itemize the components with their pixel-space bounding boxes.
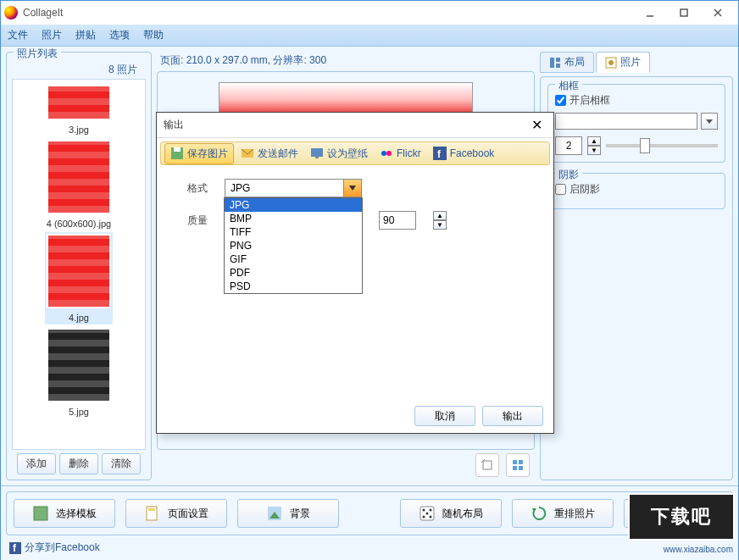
shadow-title: 阴影	[555, 168, 582, 182]
quality-spin-down[interactable]: ▼	[433, 220, 447, 230]
list-item[interactable]: 3.jpg	[45, 83, 113, 136]
clear-button[interactable]: 清除	[102, 453, 141, 474]
crop-icon[interactable]	[475, 453, 499, 477]
svg-rect-9	[519, 466, 523, 470]
random-layout-button[interactable]: 随机布局	[400, 499, 502, 528]
spin-down[interactable]: ▼	[587, 146, 601, 155]
template-icon	[32, 505, 49, 522]
format-option[interactable]: JPG	[225, 198, 362, 212]
list-item[interactable]: 4.jpg	[45, 232, 113, 324]
dlg-tab-save[interactable]: 保存图片	[164, 143, 234, 164]
format-option[interactable]: GIF	[225, 252, 362, 266]
svg-rect-6	[513, 460, 517, 464]
frame-checkbox-label: 开启相框	[570, 93, 610, 108]
color-dropdown-button[interactable]	[701, 113, 718, 130]
template-button[interactable]: 选择模板	[14, 499, 115, 528]
thumbnail-image	[47, 234, 111, 308]
menu-file[interactable]: 文件	[8, 28, 28, 42]
frame-title: 相框	[555, 79, 582, 93]
svg-point-25	[423, 516, 425, 518]
format-combo[interactable]: JPG JPG BMP TIFF PNG GIF PDF PSD	[225, 179, 362, 197]
svg-rect-8	[513, 466, 517, 470]
thumbnail-image	[47, 140, 111, 214]
cancel-button[interactable]: 取消	[414, 406, 475, 426]
svg-marker-41	[349, 186, 356, 191]
menu-help[interactable]: 帮助	[143, 28, 164, 42]
format-option[interactable]: BMP	[225, 212, 362, 225]
svg-point-26	[430, 516, 432, 518]
chevron-down-icon[interactable]	[343, 179, 362, 197]
flickr-icon	[380, 147, 393, 160]
add-button[interactable]: 添加	[17, 453, 56, 474]
shadow-checkbox-label: 启阴影	[570, 182, 600, 197]
output-dialog: 输出 ✕ 保存图片 发送邮件 设为壁纸 Flickr fFacebook 格式 …	[156, 112, 554, 434]
thumbnail-label: 4 (600x600).jpg	[47, 219, 111, 229]
format-option[interactable]: PSD	[225, 280, 362, 293]
svg-rect-12	[556, 64, 560, 68]
page-info: 页面: 210.0 x 297.0 mm, 分辨率: 300	[157, 52, 535, 71]
dlg-tab-flickr[interactable]: Flickr	[375, 144, 426, 163]
shadow-checkbox[interactable]	[555, 184, 566, 195]
svg-rect-1	[681, 9, 687, 16]
save-icon	[170, 147, 184, 160]
menu-options[interactable]: 选项	[109, 28, 130, 42]
format-value: JPG	[231, 182, 250, 194]
quality-spin-up[interactable]: ▲	[433, 211, 447, 220]
list-item[interactable]: 4 (600x600).jpg	[45, 138, 113, 230]
svg-marker-15	[706, 119, 713, 124]
svg-point-24	[426, 513, 429, 515]
rearrange-button[interactable]: 重排照片	[512, 499, 614, 528]
dialog-close-button[interactable]: ✕	[526, 115, 547, 136]
minimize-button[interactable]	[633, 3, 667, 23]
thumbnail-image	[47, 328, 111, 402]
spin-up[interactable]: ▲	[587, 136, 601, 146]
maximize-button[interactable]	[667, 3, 701, 23]
refresh-icon	[531, 505, 547, 522]
format-option[interactable]: PNG	[225, 239, 362, 252]
background-button[interactable]: 背景	[237, 499, 339, 528]
dlg-tab-mail[interactable]: 发送邮件	[236, 144, 303, 164]
menu-collage[interactable]: 拼贴	[75, 28, 96, 42]
svg-rect-7	[519, 460, 523, 464]
facebook-icon: f	[9, 542, 21, 554]
svg-point-14	[608, 60, 614, 65]
svg-rect-36	[315, 157, 319, 158]
tab-photo[interactable]: 照片	[596, 52, 650, 73]
svg-point-23	[430, 509, 432, 512]
app-icon	[4, 6, 18, 19]
list-item[interactable]: 5.jpg	[45, 326, 113, 419]
frame-width-input[interactable]	[555, 136, 582, 155]
menu-photo[interactable]: 照片	[42, 28, 62, 42]
tab-layout[interactable]: 布局	[540, 52, 594, 73]
frame-checkbox[interactable]	[555, 95, 566, 106]
format-option[interactable]: TIFF	[225, 225, 362, 239]
ok-button[interactable]: 输出	[482, 406, 543, 426]
page-setup-button[interactable]: 页面设置	[125, 499, 227, 528]
thumbnail-list: 3.jpg 4 (600x600).jpg 4.jpg 5.jpg	[12, 79, 146, 450]
share-facebook-link[interactable]: f 分享到Facebook	[6, 541, 733, 555]
frame-color[interactable]	[555, 113, 697, 130]
page-icon	[144, 505, 161, 522]
dice-icon	[419, 505, 436, 522]
photo-count: 8 照片	[12, 61, 146, 79]
tab-photo-label: 照片	[620, 55, 641, 69]
shadow-group: 阴影 启阴影	[547, 173, 725, 209]
svg-rect-10	[550, 58, 554, 68]
svg-rect-18	[148, 508, 155, 511]
format-option[interactable]: PDF	[225, 266, 362, 280]
facebook-icon: f	[433, 147, 447, 160]
dlg-tab-wallpaper[interactable]: 设为壁纸	[305, 144, 373, 164]
delete-button[interactable]: 删除	[59, 453, 98, 474]
quality-input[interactable]	[379, 211, 416, 230]
monitor-icon	[310, 147, 324, 160]
svg-rect-4	[483, 461, 492, 469]
mail-icon	[241, 147, 254, 160]
dlg-tab-facebook[interactable]: fFacebook	[428, 144, 500, 163]
thumbnail-label: 5.jpg	[47, 407, 111, 417]
thumbnail-label: 4.jpg	[47, 313, 111, 323]
grid-icon[interactable]	[506, 453, 530, 477]
svg-point-38	[386, 151, 392, 156]
tab-layout-label: 布局	[564, 55, 585, 69]
frame-slider[interactable]	[606, 144, 718, 147]
close-button[interactable]	[701, 3, 735, 23]
